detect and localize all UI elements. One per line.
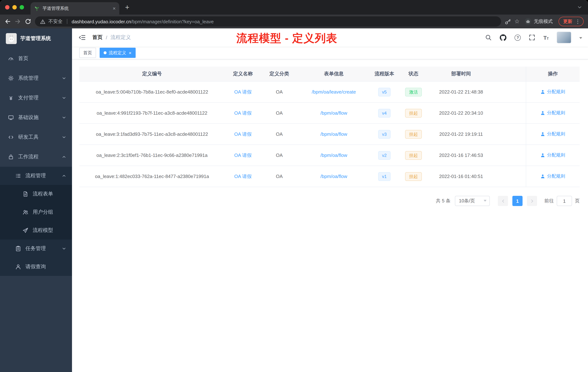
sidebar-item-label: 系统管理	[18, 75, 39, 82]
tag-process-definition[interactable]: 流程定义 ×	[100, 48, 136, 58]
sidebar-item-label: 流程模型	[33, 227, 53, 234]
back-button[interactable]	[4, 18, 11, 25]
search-icon[interactable]	[485, 34, 492, 41]
assign-rule-link[interactable]: 分配规则	[541, 131, 565, 137]
current-page-button[interactable]: 1	[512, 196, 523, 206]
assign-rule-link[interactable]: 分配规则	[541, 173, 565, 179]
sidebar-item-devtools[interactable]: 研发工具	[0, 127, 72, 147]
chevron-down-icon	[62, 115, 66, 120]
definition-name-link[interactable]: OA 请假	[234, 152, 252, 158]
sidebar-item-workflow[interactable]: 工作流程	[0, 147, 72, 167]
new-tab-button[interactable]: +	[125, 4, 129, 11]
user-avatar[interactable]	[557, 32, 571, 43]
rabbit-logo-icon	[7, 34, 16, 43]
password-key-icon[interactable]	[504, 18, 511, 25]
sidebar-item-payment[interactable]: ¥ 支付管理	[0, 88, 72, 108]
table-row: oa_leave:4:991f2193-7b7f-11ec-a3c8-acde4…	[79, 102, 580, 124]
tag-home[interactable]: 首页	[79, 48, 96, 58]
definition-category: OA	[261, 145, 297, 166]
lock-icon	[8, 154, 14, 160]
table-row: oa_leave:1:482ec033-762a-11ec-8477-a2380…	[79, 166, 580, 187]
browser-update-menu-button[interactable]: 更新 ⋮	[558, 17, 584, 26]
tab-close-icon[interactable]: ×	[113, 5, 116, 11]
definition-name-link[interactable]: OA 请假	[234, 131, 252, 137]
fullscreen-window-button[interactable]	[20, 5, 24, 10]
form-link[interactable]: /bpm/oa/flow	[320, 131, 347, 137]
not-secure-warning-icon[interactable]	[40, 19, 45, 24]
update-label[interactable]: 更新	[563, 18, 572, 25]
version-badge: v4	[378, 109, 390, 117]
page-content: 定义编号 定义名称 定义分类 表单信息 流程版本 状态 部署时间 操作	[72, 59, 588, 206]
page-size-select[interactable]: 10条/页	[455, 196, 490, 206]
sidebar-collapse-icon[interactable]	[79, 34, 86, 41]
next-page-button[interactable]	[527, 196, 537, 206]
address-separator	[67, 19, 67, 24]
chevron-down-icon	[62, 246, 66, 251]
assign-rule-label: 分配规则	[547, 110, 565, 116]
sidebar: 芋道管理系统 首页 系统管理 ¥ 支付管理	[0, 28, 72, 372]
help-icon[interactable]: ?	[515, 34, 521, 41]
assign-rule-link[interactable]: 分配规则	[541, 152, 565, 158]
form-link[interactable]: /bpm/oa/flow	[320, 174, 347, 179]
avatar-dropdown-caret-icon[interactable]	[579, 37, 582, 40]
tag-close-icon[interactable]: ×	[129, 50, 131, 55]
security-label[interactable]: 不安全	[48, 18, 63, 25]
breadcrumb-home[interactable]: 首页	[92, 34, 103, 41]
browser-tab[interactable]: 芋道管理系统 ×	[31, 2, 119, 15]
sidebar-item-process-form[interactable]: 流程表单	[0, 185, 72, 203]
tab-search-chevron-icon[interactable]	[577, 5, 582, 10]
filler-cell	[494, 124, 526, 145]
reload-button[interactable]	[25, 18, 31, 25]
sidebar-item-process-management[interactable]: 流程管理	[0, 167, 72, 185]
deploy-time: 2022-01-16 17:46:53	[428, 145, 494, 166]
assign-rule-link[interactable]: 分配规则	[541, 89, 565, 95]
close-window-button[interactable]	[5, 5, 10, 10]
fullscreen-icon[interactable]	[529, 34, 536, 41]
forward-button[interactable]	[15, 18, 21, 25]
more-menu-icon[interactable]: ⋮	[575, 19, 580, 24]
column-header-action: 操作	[526, 67, 580, 81]
deploy-time: 2022-01-22 21:48:38	[428, 81, 494, 102]
window-controls	[5, 5, 24, 10]
browser-window: 芋道管理系统 × + 不安全 dashboard.yudao.iocoder.c…	[0, 0, 588, 372]
prev-page-button[interactable]	[498, 196, 508, 206]
version-badge: v2	[378, 151, 390, 160]
sidebar-item-home[interactable]: 首页	[0, 49, 72, 68]
form-link[interactable]: /bpm/oa/leave/create	[312, 89, 356, 95]
sidebar-item-label: 用户分组	[33, 209, 53, 216]
assign-rule-link[interactable]: 分配规则	[541, 110, 565, 116]
assign-rule-label: 分配规则	[547, 173, 565, 179]
sidebar-item-label: 流程管理	[25, 173, 46, 179]
status-badge: 挂起	[405, 130, 422, 139]
filler-cell	[494, 102, 526, 124]
definition-name-link[interactable]: OA 请假	[234, 89, 252, 94]
address-bar[interactable]: 不安全 dashboard.yudao.iocoder.cn/bpm/manag…	[35, 16, 501, 27]
definition-category: OA	[261, 81, 297, 102]
sidebar-item-label: 研发工具	[18, 134, 39, 141]
sidebar-item-leave-query[interactable]: 请假查询	[0, 258, 72, 276]
definition-id: oa_leave:5:004b710b-7b8a-11ec-8ef0-acde4…	[79, 81, 225, 102]
minimize-window-button[interactable]	[12, 5, 17, 10]
form-link[interactable]: /bpm/oa/flow	[320, 110, 347, 116]
github-icon[interactable]	[500, 34, 507, 41]
sidebar-item-task-management[interactable]: 任务管理	[0, 240, 72, 258]
person-icon	[541, 110, 545, 115]
users-icon	[22, 209, 28, 215]
deploy-time: 2022-01-16 01:40:51	[428, 166, 494, 187]
definition-name-link[interactable]: OA 请假	[234, 174, 252, 179]
definition-name-link[interactable]: OA 请假	[234, 110, 252, 116]
sidebar-item-user-group[interactable]: 用户分组	[0, 203, 72, 221]
sidebar-item-system[interactable]: 系统管理	[0, 68, 72, 88]
sidebar-item-process-model[interactable]: 流程模型	[0, 221, 72, 240]
bookmark-star-icon[interactable]: ☆	[514, 19, 520, 24]
sidebar-item-infrastructure[interactable]: 基础设施	[0, 108, 72, 127]
sidebar-logo[interactable]: 芋道管理系统	[0, 28, 72, 49]
goto-page-input[interactable]	[557, 196, 572, 206]
assign-rule-label: 分配规则	[547, 131, 565, 137]
form-link[interactable]: /bpm/oa/flow	[320, 153, 347, 158]
font-size-icon[interactable]: TT	[544, 34, 549, 41]
active-tag-dot	[104, 51, 106, 54]
url-text[interactable]: dashboard.yudao.iocoder.cn/bpm/manager/d…	[72, 19, 214, 24]
yen-icon: ¥	[8, 95, 14, 101]
url-host: dashboard.yudao.iocoder.cn	[72, 19, 131, 24]
